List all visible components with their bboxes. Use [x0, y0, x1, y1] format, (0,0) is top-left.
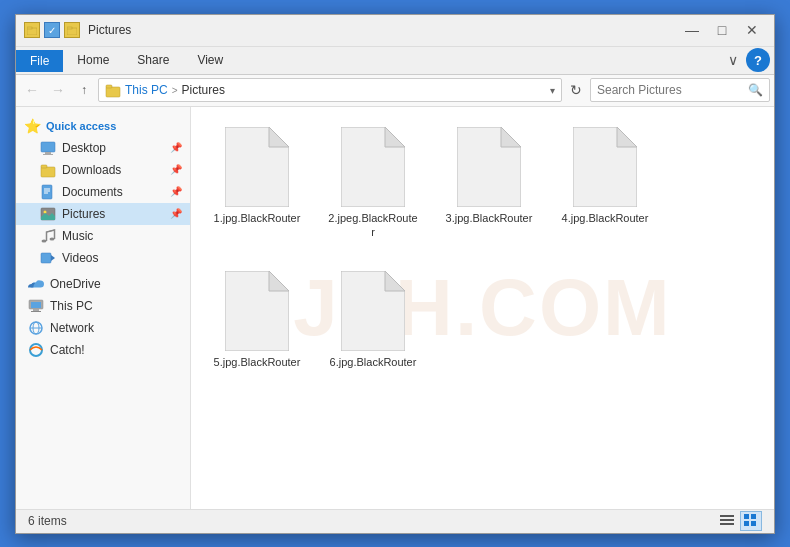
sidebar-pictures-label: Pictures	[62, 207, 105, 221]
sidebar-network-label: Network	[50, 321, 94, 335]
window-controls: — □ ✕	[678, 18, 766, 42]
search-icon[interactable]: 🔍	[748, 83, 763, 97]
svg-rect-9	[41, 167, 55, 177]
ribbon: File Home Share View ∨ ?	[16, 47, 774, 75]
svg-rect-10	[41, 165, 47, 168]
sidebar-music-label: Music	[62, 229, 93, 243]
svg-rect-42	[720, 515, 734, 517]
forward-button[interactable]: →	[46, 78, 70, 102]
file-item-5[interactable]: 5.jpg.BlackRouter	[207, 267, 307, 373]
sidebar-item-pictures[interactable]: Pictures 📌	[16, 203, 190, 225]
file-item-3[interactable]: 3.jpg.BlackRouter	[439, 123, 539, 244]
desktop-icon	[40, 140, 56, 156]
file-item-1[interactable]: 1.jpg.BlackRouter	[207, 123, 307, 244]
file-name-3: 3.jpg.BlackRouter	[446, 211, 533, 225]
sidebar-item-documents[interactable]: Documents 📌	[16, 181, 190, 203]
titlebar: ✓ Pictures — □ ✕	[16, 15, 774, 47]
refresh-button[interactable]: ↻	[564, 78, 588, 102]
view-icons	[716, 511, 762, 531]
sidebar-item-thispc[interactable]: This PC	[16, 295, 190, 317]
back-button[interactable]: ←	[20, 78, 44, 102]
ribbon-chevron-icon[interactable]: ∨	[720, 52, 746, 68]
documents-icon	[40, 184, 56, 200]
svg-rect-11	[42, 185, 52, 199]
pin-icon-pictures: 📌	[170, 208, 182, 219]
file-name-6: 6.jpg.BlackRouter	[330, 355, 417, 369]
svg-marker-37	[617, 127, 637, 147]
file-item-6[interactable]: 6.jpg.BlackRouter	[323, 267, 423, 373]
path-dropdown-icon[interactable]: ▾	[550, 85, 555, 96]
sidebar-item-videos[interactable]: Videos	[16, 247, 190, 269]
list-view-button[interactable]	[716, 511, 738, 531]
svg-marker-39	[269, 271, 289, 291]
help-button[interactable]: ?	[746, 48, 770, 72]
file-item-2[interactable]: 2.jpeg.BlackRouter	[323, 123, 423, 244]
sidebar-item-desktop[interactable]: Desktop 📌	[16, 137, 190, 159]
sidebar-item-onedrive[interactable]: OneDrive	[16, 273, 190, 295]
svg-rect-45	[744, 514, 749, 519]
statusbar: 6 items	[16, 509, 774, 533]
search-input[interactable]	[597, 83, 748, 97]
path-separator-1: >	[172, 85, 178, 96]
breadcrumb-thispc[interactable]: This PC	[125, 83, 168, 97]
sidebar-item-downloads[interactable]: Downloads 📌	[16, 159, 190, 181]
sidebar-item-network[interactable]: Network	[16, 317, 190, 339]
svg-marker-41	[385, 271, 405, 291]
svg-rect-7	[45, 152, 51, 154]
thispc-icon	[28, 298, 44, 314]
sidebar-thispc-label: This PC	[50, 299, 93, 313]
title-folder-icon	[64, 22, 80, 38]
file-icon-5	[225, 271, 289, 351]
sidebar-catch-label: Catch!	[50, 343, 85, 357]
tab-file[interactable]: File	[16, 50, 63, 72]
file-icon-1	[225, 127, 289, 207]
svg-rect-24	[33, 309, 39, 311]
onedrive-icon	[28, 276, 44, 292]
maximize-button[interactable]: □	[708, 18, 736, 42]
file-icon-6	[341, 271, 405, 351]
file-name-1: 1.jpg.BlackRouter	[214, 211, 301, 225]
tab-home[interactable]: Home	[63, 49, 123, 71]
minimize-button[interactable]: —	[678, 18, 706, 42]
svg-rect-47	[744, 521, 749, 526]
sidebar-desktop-label: Desktop	[62, 141, 106, 155]
tab-share[interactable]: Share	[123, 49, 183, 71]
breadcrumb-pictures: Pictures	[182, 83, 225, 97]
pin-icon-desktop: 📌	[170, 142, 182, 153]
tab-view[interactable]: View	[183, 49, 237, 71]
item-count: 6 items	[28, 514, 67, 528]
svg-marker-33	[385, 127, 405, 147]
close-button[interactable]: ✕	[738, 18, 766, 42]
grid-view-button[interactable]	[740, 511, 762, 531]
pin-icon-downloads: 📌	[170, 164, 182, 175]
sidebar-videos-label: Videos	[62, 251, 98, 265]
sidebar-item-music[interactable]: Music	[16, 225, 190, 247]
sidebar: ⭐ Quick access Desktop 📌 Downloads 📌	[16, 107, 191, 509]
addressbar: ← → ↑ This PC > Pictures ▾ ↻ 🔍	[16, 75, 774, 107]
address-path[interactable]: This PC > Pictures ▾	[98, 78, 562, 102]
network-icon	[28, 320, 44, 336]
star-icon: ⭐	[24, 118, 40, 134]
up-button[interactable]: ↑	[72, 78, 96, 102]
svg-point-29	[30, 344, 42, 356]
music-icon	[40, 228, 56, 244]
sidebar-item-catch[interactable]: Catch!	[16, 339, 190, 361]
svg-marker-35	[501, 127, 521, 147]
folder-icon	[24, 22, 40, 38]
path-folder-icon	[105, 82, 121, 98]
downloads-icon	[40, 162, 56, 178]
search-box[interactable]: 🔍	[590, 78, 770, 102]
sidebar-downloads-label: Downloads	[62, 163, 121, 177]
svg-rect-48	[751, 521, 756, 526]
titlebar-icons: ✓	[24, 22, 80, 38]
pictures-icon	[40, 206, 56, 222]
svg-rect-8	[43, 154, 53, 155]
file-item-4[interactable]: 4.jpg.BlackRouter	[555, 123, 655, 244]
file-name-2: 2.jpeg.BlackRouter	[327, 211, 419, 240]
svg-rect-5	[106, 85, 112, 88]
file-name-4: 4.jpg.BlackRouter	[562, 211, 649, 225]
file-icon-3	[457, 127, 521, 207]
svg-marker-31	[269, 127, 289, 147]
file-content: JSH.COM 1.jpg.BlackRouter	[191, 107, 774, 509]
videos-icon	[40, 250, 56, 266]
